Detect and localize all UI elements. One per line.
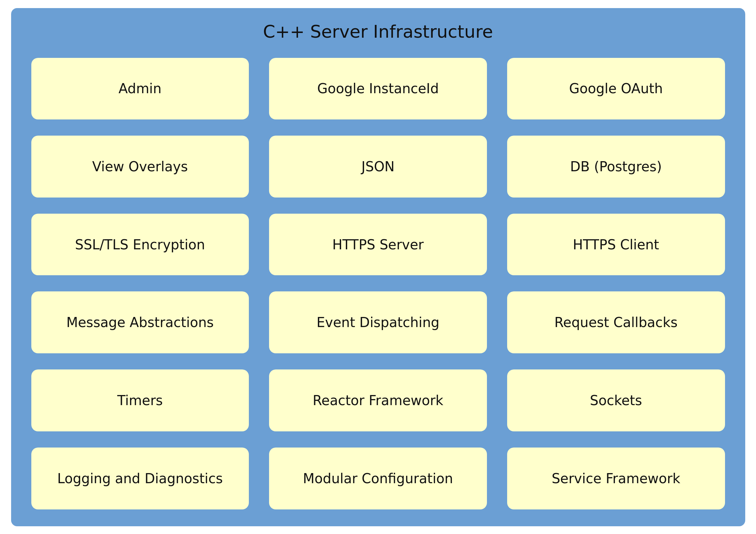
card-label-request-callbacks: Request Callbacks (554, 315, 678, 330)
card-timers: Timers (31, 369, 249, 431)
card-label-google-instanceid: Google InstanceId (317, 81, 439, 96)
card-label-sockets: Sockets (590, 393, 642, 408)
cards-grid: AdminGoogle InstanceIdGoogle OAuthView O… (31, 58, 725, 509)
card-https-client: HTTPS Client (507, 214, 725, 276)
card-https-server: HTTPS Server (269, 214, 487, 276)
card-db-postgres: DB (Postgres) (507, 136, 725, 198)
card-label-https-server: HTTPS Server (332, 237, 424, 252)
card-logging-and-diagnostics: Logging and Diagnostics (31, 448, 249, 509)
card-sockets: Sockets (507, 369, 725, 431)
card-label-ssl-tls-encryption: SSL/TLS Encryption (75, 237, 205, 252)
card-json: JSON (269, 136, 487, 198)
card-label-json: JSON (361, 159, 395, 174)
card-label-db-postgres: DB (Postgres) (570, 159, 662, 174)
card-label-timers: Timers (117, 393, 163, 408)
card-modular-configuration: Modular Configuration (269, 448, 487, 509)
card-service-framework: Service Framework (507, 448, 725, 509)
card-label-service-framework: Service Framework (552, 471, 680, 486)
card-label-modular-configuration: Modular Configuration (303, 471, 453, 486)
card-label-event-dispatching: Event Dispatching (317, 315, 439, 330)
card-label-logging-and-diagnostics: Logging and Diagnostics (57, 471, 223, 486)
card-label-reactor-framework: Reactor Framework (313, 393, 443, 408)
card-label-google-oauth: Google OAuth (569, 81, 663, 96)
card-view-overlays: View Overlays (31, 136, 249, 198)
card-request-callbacks: Request Callbacks (507, 291, 725, 353)
card-label-admin: Admin (119, 81, 161, 96)
page-title: C++ Server Infrastructure (263, 22, 493, 42)
card-label-message-abstractions: Message Abstractions (66, 315, 214, 330)
card-label-view-overlays: View Overlays (92, 159, 188, 174)
card-google-instanceid: Google InstanceId (269, 58, 487, 120)
card-reactor-framework: Reactor Framework (269, 369, 487, 431)
card-message-abstractions: Message Abstractions (31, 291, 249, 353)
card-google-oauth: Google OAuth (507, 58, 725, 120)
card-ssl-tls-encryption: SSL/TLS Encryption (31, 214, 249, 276)
card-event-dispatching: Event Dispatching (269, 291, 487, 353)
card-admin: Admin (31, 58, 249, 120)
card-label-https-client: HTTPS Client (573, 237, 659, 252)
main-container: C++ Server Infrastructure AdminGoogle In… (11, 8, 745, 526)
